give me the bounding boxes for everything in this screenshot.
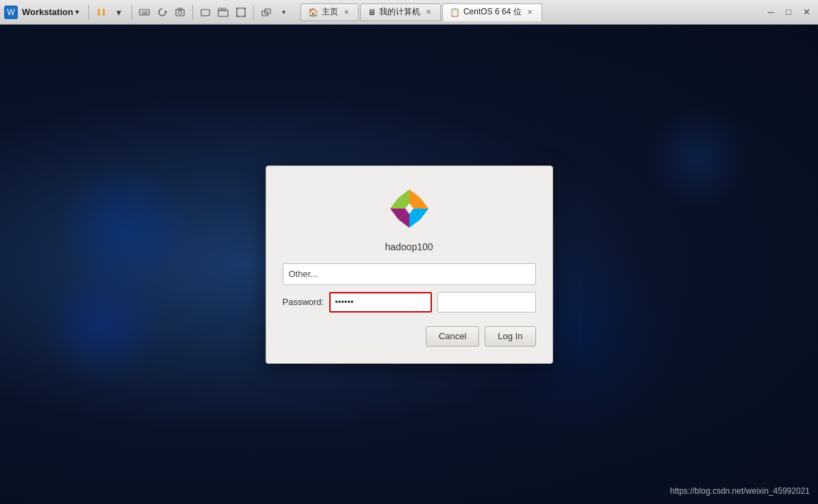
password-input[interactable] xyxy=(329,292,432,313)
toolbar-group-actions: ⌨ xyxy=(136,4,188,21)
username-label: hadoop100 xyxy=(385,241,433,252)
svg-rect-10 xyxy=(201,10,209,16)
workstation-dropdown-icon[interactable]: ▾ xyxy=(75,8,79,16)
tab-home-close[interactable]: ✕ xyxy=(342,8,351,17)
toolbar-separator-3 xyxy=(192,5,193,20)
maximize-button[interactable]: □ xyxy=(781,5,796,20)
svg-text:W: W xyxy=(7,8,15,17)
fullscreen-button[interactable] xyxy=(233,4,249,21)
view-dropdown[interactable]: ▾ xyxy=(276,4,292,21)
buttons-row: Cancel Log In xyxy=(283,326,536,347)
minimize-button[interactable]: ─ xyxy=(763,5,778,20)
svg-rect-3 xyxy=(103,9,105,16)
password-extra-field xyxy=(437,292,535,313)
toolbar-dropdown[interactable]: ▾ xyxy=(111,4,127,21)
tab-my-computer[interactable]: 🖥 我的计算机 ✕ xyxy=(360,3,441,21)
svg-marker-6 xyxy=(164,10,167,12)
window-controls: ─ □ ✕ xyxy=(763,5,814,20)
url-bar: https://blog.csdn.net/weixin_45992021 xyxy=(670,486,810,496)
titlebar: W Workstation ▾ ▾ ⌨ xyxy=(0,0,818,25)
toolbar-separator-4 xyxy=(253,5,254,20)
tab-centos-label: CentOS 6 64 位 xyxy=(463,6,522,18)
svg-text:⌨: ⌨ xyxy=(141,11,147,15)
toolbar-group-media: ▾ xyxy=(93,4,127,21)
windowed-view-button[interactable] xyxy=(197,4,214,21)
pause-button[interactable] xyxy=(93,4,110,21)
cancel-button[interactable]: Cancel xyxy=(426,326,479,347)
centos-icon: 📋 xyxy=(450,8,460,17)
bokeh-1 xyxy=(41,264,164,387)
bokeh-2 xyxy=(647,107,750,209)
password-row: Password: xyxy=(283,292,536,313)
toolbar-group-unity: ▾ xyxy=(258,4,292,21)
tab-centos-close[interactable]: ✕ xyxy=(525,8,535,17)
tabbed-view-button[interactable] xyxy=(215,4,231,21)
tab-home[interactable]: 🏠 主页 ✕ xyxy=(301,3,359,21)
workstation-label[interactable]: Workstation ▾ xyxy=(22,7,79,17)
vm-area: hadoop100 Password: Cancel Log In https:… xyxy=(0,25,818,504)
workstation-text: Workstation xyxy=(22,7,73,17)
tab-centos[interactable]: 📋 CentOS 6 64 位 ✕ xyxy=(442,3,542,21)
logo-container xyxy=(387,187,431,233)
app-icon: W xyxy=(4,5,18,19)
tab-home-label: 主页 xyxy=(322,6,338,18)
login-dialog: hadoop100 Password: Cancel Log In xyxy=(266,165,553,364)
revert-button[interactable] xyxy=(154,4,170,21)
unity-mode-button[interactable] xyxy=(258,4,274,21)
svg-point-8 xyxy=(178,11,181,14)
home-icon: 🏠 xyxy=(308,8,318,17)
user-field-input[interactable] xyxy=(283,263,536,285)
toolbar-group-view xyxy=(197,4,249,21)
centos-logo xyxy=(387,187,431,230)
send-ctrlaltdel-button[interactable]: ⌨ xyxy=(136,4,153,21)
toolbar-separator-1 xyxy=(88,5,89,20)
user-field-row xyxy=(283,263,536,285)
password-label: Password: xyxy=(283,297,324,307)
tabs-bar: 🏠 主页 ✕ 🖥 我的计算机 ✕ 📋 CentOS 6 64 位 ✕ xyxy=(301,3,761,21)
my-computer-icon: 🖥 xyxy=(368,8,376,17)
snapshot-button[interactable] xyxy=(172,4,188,21)
toolbar-separator-2 xyxy=(131,5,132,20)
tab-my-computer-label: 我的计算机 xyxy=(379,6,420,18)
tab-my-computer-close[interactable]: ✕ xyxy=(424,8,433,17)
close-button[interactable]: ✕ xyxy=(799,5,814,20)
svg-rect-2 xyxy=(98,9,100,16)
svg-rect-14 xyxy=(237,8,245,16)
login-button[interactable]: Log In xyxy=(485,326,535,347)
